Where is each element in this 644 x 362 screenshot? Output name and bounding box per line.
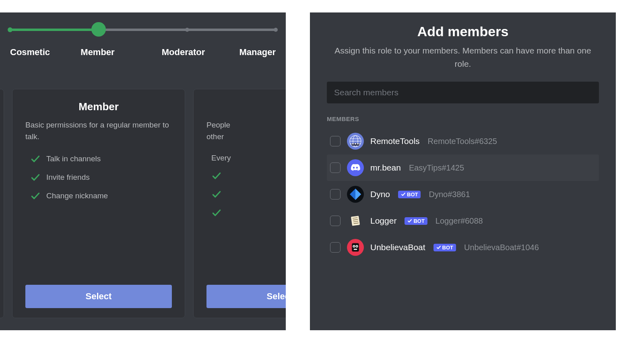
member-row[interactable]: DynoBOTDyno#3861: [327, 181, 599, 208]
step-label-moderator[interactable]: Moderator: [150, 47, 217, 58]
stepper-dot-cosmetic[interactable]: [8, 27, 12, 32]
avatar: [347, 239, 364, 256]
permission-label: Change nickname: [46, 191, 108, 200]
permission-label: Talk in channels: [46, 154, 101, 163]
add-members-panel: Add members Assign this role to your mem…: [310, 12, 616, 330]
step-label-member[interactable]: Member: [64, 47, 131, 58]
svg-point-9: [352, 143, 354, 144]
permission-label: Every: [211, 154, 231, 162]
avatar: [347, 133, 364, 150]
member-row[interactable]: mr.beanEasyTips#1425: [327, 154, 599, 181]
member-tag: Logger#6088: [436, 216, 483, 226]
bot-badge: BOT: [405, 217, 427, 225]
member-name: mr.bean: [370, 163, 401, 173]
check-icon: [211, 171, 222, 181]
member-checkbox[interactable]: [330, 189, 341, 200]
role-card-moderator: People other Every: [193, 89, 286, 318]
member-checkbox[interactable]: [330, 242, 341, 253]
select-button[interactable]: Select: [25, 285, 172, 308]
role-cards-row: bels Select Member Basic permissions for…: [0, 89, 286, 318]
bot-badge: BOT: [433, 244, 456, 251]
role-card-title: [206, 101, 286, 113]
permission-item: [211, 185, 286, 204]
member-row[interactable]: UnbelievaBoatBOTUnbelievaBoat#1046: [327, 234, 599, 261]
svg-rect-23: [352, 243, 359, 252]
permissions-list: Every: [211, 150, 286, 285]
role-card-description: Basic permissions for a regular member t…: [25, 119, 172, 142]
stepper-dot-manager[interactable]: [274, 28, 278, 32]
svg-point-11: [357, 143, 359, 144]
member-name: UnbelievaBoat: [370, 243, 425, 252]
member-checkbox[interactable]: [330, 136, 341, 146]
avatar: [347, 159, 364, 176]
stepper-labels: Cosmetic Member Moderator Manager: [10, 47, 276, 58]
check-icon: [30, 191, 41, 201]
role-card-description: People other: [206, 119, 286, 142]
stepper-fill: [10, 29, 99, 31]
svg-point-10: [355, 143, 356, 144]
member-name: Logger: [370, 216, 396, 226]
permissions-list: Talk in channels Invite friends Change n…: [30, 150, 172, 285]
bot-badge-label: BOT: [413, 218, 424, 224]
bot-badge: BOT: [398, 191, 421, 198]
check-icon: [30, 154, 41, 164]
permission-label: Invite friends: [46, 173, 90, 182]
svg-point-27: [356, 246, 357, 247]
step-label-manager[interactable]: Manager: [209, 47, 276, 58]
member-tag: RemoteTools#6325: [428, 137, 497, 146]
check-icon: [211, 208, 222, 218]
member-name: RemoteTools: [370, 136, 420, 146]
role-card-cosmetic: bels Select: [0, 89, 4, 318]
member-list: RemoteToolsRemoteTools#6325mr.beanEasyTi…: [327, 128, 599, 261]
bot-badge-label: BOT: [407, 191, 418, 197]
select-button[interactable]: Select: [206, 285, 286, 308]
check-icon: [30, 172, 41, 183]
svg-rect-28: [354, 249, 357, 250]
stepper-dot-moderator[interactable]: [185, 28, 189, 32]
add-members-title: Add members: [327, 24, 599, 39]
member-tag: UnbelievaBoat#1046: [464, 243, 539, 252]
member-checkbox[interactable]: [330, 216, 341, 226]
role-stepper[interactable]: [10, 24, 276, 40]
member-row[interactable]: LoggerBOTLogger#6088: [327, 208, 599, 234]
role-picker-panel: Cosmetic Member Moderator Manager bels S…: [0, 12, 286, 330]
member-checkbox[interactable]: [330, 162, 341, 173]
permission-item: Talk in channels: [30, 150, 172, 168]
member-tag: Dyno#3861: [429, 190, 470, 199]
permission-item: [211, 204, 286, 222]
check-icon: [211, 189, 222, 200]
avatar: [347, 212, 364, 229]
role-card-member: Member Basic permissions for a regular m…: [12, 89, 185, 318]
members-section-label: MEMBERS: [327, 115, 599, 122]
permission-item: [211, 167, 286, 185]
member-row[interactable]: RemoteToolsRemoteTools#6325: [327, 128, 599, 154]
svg-point-26: [353, 246, 354, 247]
member-tag: EasyTips#1425: [409, 163, 464, 173]
avatar: [347, 186, 364, 203]
stepper-knob[interactable]: [91, 22, 106, 37]
permission-item: Every: [211, 150, 286, 167]
search-members-input[interactable]: [327, 82, 599, 103]
svg-rect-17: [351, 216, 360, 226]
role-card-title: Member: [25, 101, 172, 113]
member-name: Dyno: [370, 189, 390, 199]
bot-badge-label: BOT: [442, 245, 453, 251]
add-members-subtitle: Assign this role to your members. Member…: [327, 44, 599, 70]
permission-item: Invite friends: [30, 168, 172, 187]
permission-item: Change nickname: [30, 187, 172, 205]
